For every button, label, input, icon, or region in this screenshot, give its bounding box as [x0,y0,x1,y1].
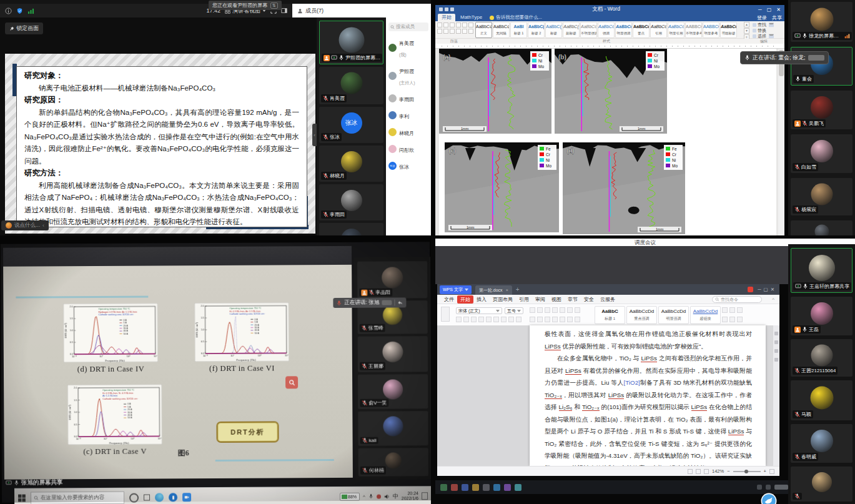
sign-in-button[interactable]: 登录 [757,14,767,21]
video-tile[interactable]: 李晶阳 [357,261,427,299]
scrollbar[interactable] [778,49,784,235]
video-tile[interactable] [791,220,853,235]
style-chip[interactable]: AaBbCcDd 重点强调 [626,306,657,324]
taskbar-app-icon[interactable] [515,484,521,491]
tray-icon[interactable] [757,485,762,490]
paragraph-tools-row2[interactable] [530,317,580,322]
speaker-icon[interactable] [384,493,390,499]
collapse-ribbon-icon[interactable]: ^ [772,297,774,302]
quick-access-toolbar[interactable] [439,7,454,11]
video-tile[interactable]: 马颖 [791,380,853,420]
video-tile[interactable] [791,467,853,502]
menu-item[interactable]: 插入 [473,295,490,304]
member-item[interactable]: 肖美霞 (我) [388,36,430,59]
video-tile[interactable]: 尹熙霞的屏幕共享 [319,21,383,64]
zoom-out-button[interactable]: − [727,468,729,474]
magnifier-tool-icon[interactable] [285,376,298,388]
assistant-bird-icon[interactable] [761,493,777,504]
style-chip[interactable]: AaBbCcD 明显引用 [668,22,684,38]
citation-link[interactable]: [TiO2] [624,379,640,386]
ime-indicator[interactable]: 中 [393,492,398,500]
style-chip[interactable]: AaBbC 标题 1 [595,306,625,324]
video-tile[interactable]: kali [358,411,428,446]
member-item[interactable]: 李利 [388,109,430,121]
restore-button[interactable]: ▢ [764,287,771,292]
meeting-app-icon[interactable] [182,493,191,502]
ribbon-tab[interactable]: MathType [457,14,486,21]
font-size-select[interactable]: 五号 [505,307,523,314]
clock[interactable]: 20:242022/1/6 [402,491,418,501]
close-button[interactable]: ✕ [771,287,777,292]
menu-item[interactable]: 页面布局 [490,295,516,304]
paragraph-tools[interactable] [530,307,580,313]
cortana-icon[interactable] [129,493,139,502]
member-item[interactable]: 张冰 张冰 [388,160,430,171]
member-item[interactable]: 尹熙霞 (主持人) [388,64,430,87]
collapse-chat-icon[interactable]: ‹ [42,222,44,229]
view-mode-icon[interactable] [696,469,701,474]
video-tile[interactable]: 杨紫宸 [791,178,853,215]
taskbar-app-icon[interactable] [440,484,447,491]
menu-item[interactable]: 云服务 [597,295,618,304]
video-tile[interactable]: 春明威 [791,424,853,463]
video-tile[interactable]: 白如雪 [791,134,853,173]
menu-item[interactable]: 审阅 [532,295,548,304]
recording-tray-icon[interactable] [377,494,381,498]
close-tab-icon[interactable]: × [506,288,508,292]
member-item[interactable]: 李雨田 [388,92,430,104]
info-icon[interactable] [5,7,12,14]
shield-icon[interactable] [16,7,23,14]
video-tile[interactable]: 王丽娜 [358,336,428,372]
document-tab[interactable]: 第一轮.docx× [475,285,512,295]
ribbon-tab[interactable]: 开始 [438,14,455,21]
video-tile[interactable]: 徐龙的屏幕共享 [791,2,853,42]
zoom-in-button[interactable]: + [764,468,766,474]
zoom-slider[interactable] [733,471,761,472]
share-button[interactable]: 共享 [772,14,782,21]
tray-icon[interactable] [766,485,771,490]
phone-app-icon[interactable] [169,493,177,502]
restore-button[interactable]: ▢ [767,7,772,12]
pin-view-button[interactable]: 锁定画面 [5,22,43,34]
taskbar-search-input[interactable]: 在这里输入你要搜索的内容 [31,492,124,504]
ruler[interactable] [435,44,784,49]
wps-app-button[interactable]: WPS 文字 [440,285,472,294]
menu-item[interactable]: 安全 [581,295,597,304]
editing-button[interactable]: 选择 [753,33,784,39]
style-chip[interactable]: AaBbC( 标题 2 [528,22,545,38]
style-chip[interactable]: AaBbCcD 要点 [633,22,650,38]
layout-panel-icon[interactable] [281,7,287,14]
video-tile[interactable]: 王磊 [791,297,853,335]
start-button[interactable] [18,495,26,502]
find-command-input[interactable]: 查找命令 [712,296,762,303]
minimize-button[interactable]: ─ [758,7,762,12]
view-mode-icon[interactable] [704,469,709,474]
video-tile[interactable] [319,223,383,235]
taskbar-app-icon[interactable] [504,484,511,491]
style-chip[interactable]: AaBI 标题 1 [510,22,527,38]
style-chip[interactable]: AaBbCcD 引用 [650,22,667,38]
close-button[interactable]: ✕ [776,7,781,12]
taskbar-app-icon[interactable] [483,484,490,491]
member-item[interactable]: 闫彤欣 [388,143,430,154]
menu-item[interactable]: 视图 [548,295,565,304]
member-search-input[interactable]: 搜索成员 [388,22,428,31]
style-chip[interactable]: AaBbCcD 强调 [598,22,615,38]
style-chip[interactable]: AaBbCcD 无间隔 [493,22,510,38]
chat-input[interactable]: 说点什么... ‹ [1,220,49,230]
menu-item[interactable]: 文件 [441,295,457,304]
menu-item[interactable]: 引用 [516,295,532,304]
member-item[interactable]: 林晓月 [388,126,430,137]
edge-browser-icon[interactable] [155,493,164,502]
style-chip[interactable]: AaBbCcDd 超链接 [690,306,721,324]
switch-view-icon[interactable]: ⇅ [270,2,278,9]
taskbar-app-icon[interactable] [462,484,468,491]
reply-arrow-icon[interactable] [397,300,403,305]
paragraph-tools[interactable] [437,22,473,34]
style-chip[interactable]: AaBbC( 副标题 [563,22,580,38]
battery-indicator[interactable]: 88% [340,492,360,500]
style-chip[interactable]: AaBbCcD 书籍标题 [720,22,737,38]
clipboard-tools[interactable] [441,307,450,322]
video-tile[interactable]: 吴鹏飞 [791,91,853,129]
style-chip[interactable]: AaBbCcD 正文 [475,22,492,38]
